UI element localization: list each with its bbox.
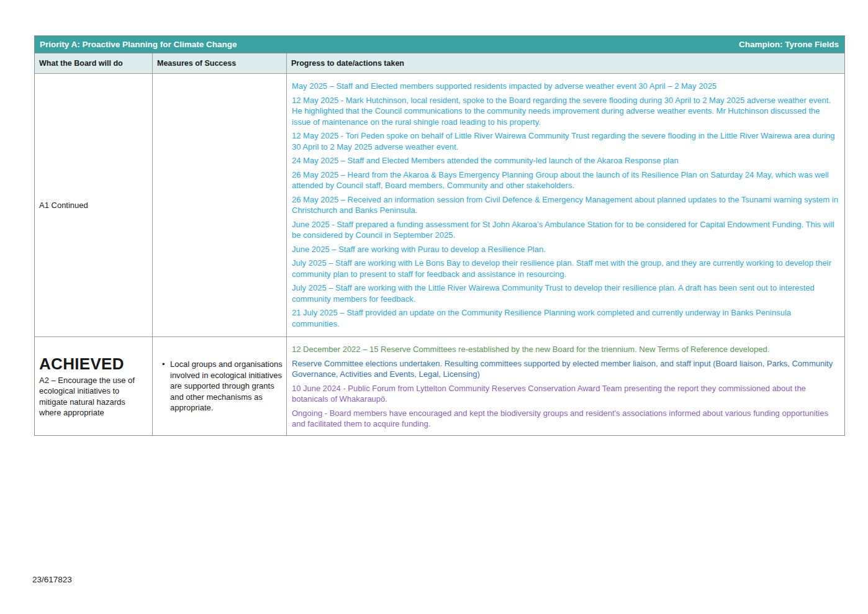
progress-entry: Reserve Committee elections undertaken. … <box>292 358 838 380</box>
progress-entry: 26 May 2025 – Heard from the Akaroa & Ba… <box>292 169 838 191</box>
row-a2-measures-cell: • Local groups and organisations involve… <box>153 337 287 435</box>
row-a1-label: A1 Continued <box>39 200 146 211</box>
progress-entry: May 2025 – Staff and Elected members sup… <box>292 81 838 92</box>
progress-entry: 21 July 2025 – Staff provided an update … <box>292 307 838 329</box>
progress-entry: 26 May 2025 – Received an information se… <box>292 194 838 216</box>
progress-entry: Ongoing - Board members have encouraged … <box>292 408 838 430</box>
row-a2-progress-cell: 12 December 2022 – 15 Reserve Committees… <box>287 337 844 435</box>
row-a2-status: ACHIEVED <box>39 354 146 373</box>
document-reference-number: 23/617823 <box>32 575 72 584</box>
row-a1-progress-cell: May 2025 – Staff and Elected members sup… <box>287 74 844 337</box>
progress-entry: 12 May 2025 - Mark Hutchinson, local res… <box>292 95 838 128</box>
row-a2-label: A2 – Encourage the use of ecological ini… <box>39 375 146 418</box>
priority-title-bar: Priority A: Proactive Planning for Clima… <box>35 36 844 53</box>
progress-entry: July 2025 – Staff are working with Le Bo… <box>292 258 838 279</box>
priority-table: Priority A: Proactive Planning for Clima… <box>34 35 845 436</box>
progress-entry: June 2025 - Staff prepared a funding ass… <box>292 219 838 241</box>
champion-label: Champion: Tyrone Fields <box>739 40 839 49</box>
bullet-icon: • <box>156 359 170 413</box>
progress-entry: June 2025 – Staff are working with Purau… <box>292 244 838 255</box>
measure-item: • Local groups and organisations involve… <box>156 359 283 413</box>
document-page: Priority A: Proactive Planning for Clima… <box>0 0 868 614</box>
column-header-measures: Measures of Success <box>153 53 287 74</box>
progress-entry: 12 December 2022 – 15 Reserve Committees… <box>292 344 838 355</box>
measure-text: Local groups and organisations involved … <box>170 359 283 413</box>
progress-entry: 24 May 2025 – Staff and Elected Members … <box>292 155 838 166</box>
priority-title: Priority A: Proactive Planning for Clima… <box>40 40 237 49</box>
row-a1-what-cell: A1 Continued <box>35 74 153 337</box>
column-header-what: What the Board will do <box>35 53 153 74</box>
table-grid: What the Board will do Measures of Succe… <box>35 53 844 435</box>
row-a1-measures-cell <box>153 74 287 337</box>
progress-entry: 10 June 2024 - Public Forum from Lyttelt… <box>292 383 838 405</box>
progress-entry: 12 May 2025 - Tori Peden spoke on behalf… <box>292 130 838 152</box>
column-header-progress: Progress to date/actions taken <box>287 53 844 74</box>
progress-entry: July 2025 – Staff are working with the L… <box>292 282 838 304</box>
row-a2-what-cell: ACHIEVED A2 – Encourage the use of ecolo… <box>35 337 153 435</box>
